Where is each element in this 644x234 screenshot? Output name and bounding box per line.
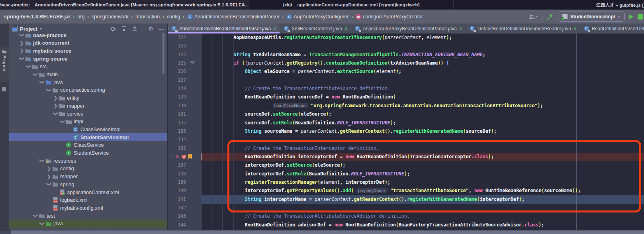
- line-number[interactable]: 139: [168, 179, 186, 185]
- chevron-right-icon[interactable]: ❯: [53, 103, 59, 108]
- code-line[interactable]: 137 interceptorDef.setSource(eleSource);: [168, 161, 644, 169]
- line-number[interactable]: 136: [168, 154, 180, 159]
- code-line[interactable]: 132 sourceDef.setRole(BeanDefinition.ROL…: [168, 119, 644, 127]
- line-number[interactable]: 129: [168, 94, 186, 100]
- code-line[interactable]: 143 // Create the TransactionAttributeSo…: [168, 212, 644, 220]
- code-line[interactable]: 127: [168, 76, 644, 85]
- chevron-right-icon[interactable]: ❯: [19, 41, 25, 45]
- tree-row[interactable]: <>logback.xml: [9, 196, 167, 204]
- tree-row[interactable]: <>applicationContext.xml: [9, 188, 167, 196]
- tree-row[interactable]: CStudentServiceImpl: [9, 133, 167, 141]
- line-number[interactable]: 134: [168, 137, 186, 142]
- tree-row[interactable]: ❯src: [9, 63, 167, 71]
- tree-row[interactable]: ❯mybatis-source: [9, 47, 167, 55]
- chevron-down-icon[interactable]: ❯: [40, 79, 45, 85]
- breakpoint-icon[interactable]: [181, 154, 187, 160]
- settings-gear-icon[interactable]: ⚙: [148, 26, 153, 31]
- tree-row[interactable]: ❯main: [9, 71, 167, 79]
- breadcrumb-item[interactable]: spring-tx-5.1.8.RELEASE.jar: [4, 14, 70, 20]
- code-editor[interactable]: 122 AopNamespaceUtils.registerAutoProxyC…: [168, 33, 644, 230]
- chevron-down-icon[interactable]: ❯: [40, 220, 45, 226]
- line-number[interactable]: 133: [168, 128, 186, 134]
- breadcrumb-item[interactable]: mconfigureAutoProxyCreator: [356, 14, 423, 20]
- project-view-selector[interactable]: Project ▾: [12, 26, 42, 32]
- chevron-down-icon[interactable]: ❯: [47, 181, 51, 187]
- line-number[interactable]: 132: [168, 120, 186, 126]
- chevron-right-icon[interactable]: ❯: [53, 96, 59, 100]
- project-tool-window-tab[interactable]: Project: [0, 47, 9, 82]
- code-line[interactable]: 136 RootBeanDefinition interceptorDef = …: [168, 153, 644, 161]
- chevron-down-icon[interactable]: ❯: [60, 118, 65, 124]
- line-number[interactable]: 135: [168, 146, 186, 151]
- chevron-right-icon[interactable]: ❯: [46, 174, 52, 179]
- tab-close-icon[interactable]: ×: [273, 26, 276, 31]
- line-number[interactable]: 124: [168, 52, 186, 57]
- code-line[interactable]: 141 String interceptorName = parserConte…: [168, 195, 644, 204]
- tree-row[interactable]: IClassService: [9, 141, 167, 149]
- code-line[interactable]: 134: [168, 136, 644, 144]
- chevron-down-icon[interactable]: ❯: [33, 71, 38, 77]
- breadcrumb-item[interactable]: transaction: [135, 14, 160, 20]
- tree-row[interactable]: ❯spring: [9, 180, 167, 188]
- code-line[interactable]: 122 AopNamespaceUtils.registerAutoProxyC…: [168, 33, 644, 42]
- line-number[interactable]: 144: [168, 222, 186, 228]
- code-line[interactable]: 139 registerTransactionManager(element, …: [168, 178, 644, 187]
- line-number[interactable]: 126: [168, 69, 186, 74]
- tree-row[interactable]: IStudentService: [9, 149, 167, 157]
- line-number[interactable]: 127: [168, 77, 186, 83]
- editor-tab[interactable]: CAnnotationDrivenBeanDefinitionParser.ja…: [168, 24, 280, 33]
- expand-all-icon[interactable]: [121, 26, 127, 31]
- tree-row[interactable]: ❯service: [9, 110, 167, 118]
- tree-row[interactable]: ❯impl: [9, 118, 167, 126]
- breadcrumb-item[interactable]: org: [77, 14, 84, 20]
- tree-row[interactable]: ❯jdk-concurrent: [9, 39, 167, 47]
- code-line[interactable]: 138 interceptorDef.setRole(BeanDefinitio…: [168, 170, 644, 178]
- code-line[interactable]: 123: [168, 42, 644, 50]
- code-line[interactable]: 131 sourceDef.setSource(eleSource);: [168, 110, 644, 118]
- line-number[interactable]: 123: [168, 43, 186, 49]
- tab-close-icon[interactable]: ×: [574, 26, 576, 31]
- chevron-down-icon[interactable]: ❯: [20, 56, 24, 62]
- line-number[interactable]: 138: [168, 171, 186, 177]
- code-line[interactable]: 140 interceptorDef.getPropertyValues().a…: [168, 187, 644, 195]
- bookmark-icon[interactable]: [188, 154, 192, 159]
- line-number[interactable]: 140: [168, 188, 186, 193]
- hide-panel-icon[interactable]: —: [159, 26, 164, 31]
- tree-row[interactable]: ❯config: [9, 165, 167, 173]
- chevron-down-icon[interactable]: ❯: [33, 213, 38, 219]
- chevron-down-icon[interactable]: ❯: [20, 34, 24, 38]
- tree-row[interactable]: ❯base-practice: [9, 34, 167, 39]
- code-line[interactable]: 133 String sourceName = parserContext.ge…: [168, 127, 644, 136]
- tree-row[interactable]: ❯resources: [9, 157, 167, 165]
- code-line[interactable]: 126 Object eleSource = parserContext.ext…: [168, 67, 644, 76]
- editor-tab[interactable]: CDefaultBeanDefinitionDocumentReader.jav…: [466, 24, 580, 33]
- code-line[interactable]: 142: [168, 204, 644, 212]
- run-button[interactable]: [629, 14, 633, 19]
- line-number[interactable]: 142: [168, 205, 186, 210]
- line-number[interactable]: 141: [168, 197, 186, 202]
- fold-arrow-icon[interactable]: [190, 61, 195, 65]
- tree-row[interactable]: ❯test: [9, 212, 167, 220]
- chevron-right-icon[interactable]: ❯: [46, 166, 52, 171]
- tree-row[interactable]: ❯spring-source: [9, 55, 167, 63]
- line-number[interactable]: 131: [168, 111, 186, 117]
- tabs-scroll-left-icon[interactable]: ‹: [168, 26, 170, 30]
- line-number[interactable]: 137: [168, 162, 186, 168]
- users-icon[interactable]: ▾: [529, 14, 538, 20]
- debug-button[interactable]: [638, 14, 643, 20]
- editor-tab[interactable]: CBeanDefinitionParserDelegate.java×: [580, 24, 644, 33]
- chevron-down-icon[interactable]: ❯: [53, 111, 58, 117]
- breadcrumb-item[interactable]: CAnnotationDrivenBeanDefinitionParser: [187, 14, 280, 20]
- editor-tab[interactable]: CAspectJAutoProxyBeanDefinitionParser.ja…: [351, 24, 466, 33]
- tab-close-icon[interactable]: ×: [459, 26, 462, 31]
- tree-row[interactable]: ❯mapper: [9, 173, 167, 181]
- code-line[interactable]: 135 // Create the TransactionInterceptor…: [168, 144, 644, 153]
- code-line[interactable]: 124 String txAdvisorBeanName = Transacti…: [168, 51, 644, 59]
- locate-file-icon[interactable]: [110, 26, 116, 32]
- tree-scrollbar[interactable]: [162, 33, 164, 74]
- code-line[interactable]: 144 RootBeanDefinition advisorDef = new …: [168, 221, 644, 229]
- line-number[interactable]: 122: [168, 35, 186, 40]
- chevron-down-icon[interactable]: ❯: [26, 63, 31, 69]
- line-number[interactable]: 130: [168, 103, 186, 108]
- breadcrumb-item[interactable]: springframework: [92, 14, 128, 20]
